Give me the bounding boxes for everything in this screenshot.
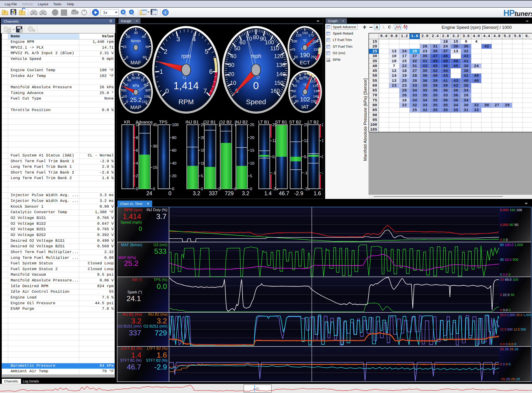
svg-text:20: 20 bbox=[172, 174, 176, 178]
svg-text:ECT: ECT bbox=[300, 60, 310, 65]
svg-text:60: 60 bbox=[239, 39, 246, 45]
svg-text:°F: °F bbox=[303, 39, 307, 43]
svg-text:0: 0 bbox=[172, 187, 174, 191]
svg-text:50: 50 bbox=[145, 45, 149, 49]
svg-text:ST B1: ST B1 bbox=[275, 120, 287, 124]
svg-text:20: 20 bbox=[228, 71, 234, 77]
svg-text:1.4: 1.4 bbox=[264, 190, 272, 196]
svg-text:12.: 12. bbox=[322, 138, 323, 143]
svg-text:30: 30 bbox=[124, 83, 128, 87]
svg-text:MAF: MAF bbox=[130, 60, 141, 65]
svg-text:80: 80 bbox=[253, 34, 259, 40]
svg-text:ST B2: ST B2 bbox=[289, 120, 301, 124]
svg-text:60: 60 bbox=[143, 55, 147, 59]
svg-text:150: 150 bbox=[311, 99, 317, 103]
svg-text:40: 40 bbox=[172, 161, 176, 166]
svg-text:TPS: TPS bbox=[159, 120, 168, 124]
svg-text:RPM: RPM bbox=[179, 98, 194, 106]
svg-text:INJ B1: INJ B1 bbox=[185, 120, 199, 124]
svg-text:150: 150 bbox=[302, 31, 308, 35]
svg-text:250: 250 bbox=[311, 55, 317, 59]
svg-text:6: 6 bbox=[209, 68, 213, 75]
svg-text:20: 20 bbox=[250, 136, 254, 140]
svg-text:24: 24 bbox=[146, 190, 152, 196]
svg-text:0: 0 bbox=[250, 187, 252, 191]
svg-text:5: 5 bbox=[250, 174, 252, 178]
svg-text:-2.9: -2.9 bbox=[294, 190, 303, 196]
svg-text:75: 75 bbox=[292, 48, 295, 51]
svg-text:120: 120 bbox=[274, 53, 283, 59]
svg-text:60: 60 bbox=[136, 76, 140, 80]
svg-text:40: 40 bbox=[127, 78, 131, 82]
svg-text:100: 100 bbox=[292, 39, 297, 43]
svg-text:0: 0 bbox=[165, 87, 169, 94]
svg-text:5: 5 bbox=[201, 174, 203, 178]
svg-text:Speed: Speed bbox=[246, 98, 266, 106]
svg-text:10: 10 bbox=[230, 80, 236, 86]
svg-text:KR: KR bbox=[124, 120, 130, 124]
svg-text:-25: -25 bbox=[322, 187, 323, 191]
svg-text:190: 190 bbox=[300, 52, 310, 59]
svg-text:10: 10 bbox=[122, 45, 126, 49]
svg-text:0: 0 bbox=[126, 100, 128, 103]
svg-text:INJ B2: INJ B2 bbox=[234, 120, 248, 124]
svg-text:40: 40 bbox=[292, 94, 296, 98]
svg-text:110: 110 bbox=[270, 45, 279, 51]
svg-text:60: 60 bbox=[293, 84, 297, 88]
svg-text:LT B1: LT B1 bbox=[258, 120, 270, 124]
svg-text:70: 70 bbox=[295, 79, 299, 83]
svg-text:mph: mph bbox=[251, 53, 262, 59]
svg-text:100: 100 bbox=[144, 94, 150, 98]
svg-text:130: 130 bbox=[276, 62, 285, 68]
svg-text:O2 B1: O2 B1 bbox=[203, 120, 216, 124]
svg-text:50: 50 bbox=[294, 55, 298, 59]
svg-text:50: 50 bbox=[131, 76, 135, 80]
svg-text:IAT: IAT bbox=[301, 104, 309, 110]
svg-text:140: 140 bbox=[313, 94, 319, 98]
svg-text:729: 729 bbox=[225, 190, 234, 196]
svg-text:LT B2: LT B2 bbox=[308, 120, 319, 124]
svg-text:1.6: 1.6 bbox=[314, 190, 321, 196]
svg-text:20: 20 bbox=[122, 88, 126, 92]
svg-text:kPa: kPa bbox=[133, 84, 139, 88]
svg-text:7: 7 bbox=[203, 87, 207, 94]
svg-text:0: 0 bbox=[201, 187, 203, 191]
svg-text:15: 15 bbox=[250, 148, 254, 152]
svg-text:i: i bbox=[165, 10, 166, 15]
svg-text:120: 120 bbox=[313, 84, 318, 88]
svg-text:Advance: Advance bbox=[136, 120, 153, 124]
svg-text:15: 15 bbox=[153, 165, 157, 170]
svg-text:40: 40 bbox=[142, 34, 146, 39]
svg-text:3.2: 3.2 bbox=[193, 190, 200, 196]
svg-text:1,414: 1,414 bbox=[174, 80, 199, 91]
svg-text:125: 125 bbox=[296, 33, 301, 37]
svg-text:0: 0 bbox=[253, 80, 259, 91]
svg-text:46.7: 46.7 bbox=[279, 190, 289, 196]
svg-text:337: 337 bbox=[209, 190, 218, 196]
svg-text:MAP: MAP bbox=[130, 104, 141, 110]
svg-text:30: 30 bbox=[153, 144, 157, 148]
svg-text:50: 50 bbox=[234, 45, 240, 51]
svg-text:25: 25 bbox=[250, 123, 254, 127]
svg-text:50: 50 bbox=[292, 89, 296, 93]
svg-text:4: 4 bbox=[136, 161, 138, 166]
svg-text:45: 45 bbox=[153, 123, 157, 127]
svg-text:90: 90 bbox=[145, 88, 149, 92]
svg-text:100: 100 bbox=[265, 39, 274, 45]
svg-text:0: 0 bbox=[126, 55, 128, 59]
svg-text:10: 10 bbox=[123, 94, 127, 98]
svg-text:70: 70 bbox=[140, 78, 144, 82]
svg-text:-12: -12 bbox=[322, 171, 323, 175]
svg-text:0: 0 bbox=[136, 187, 138, 191]
svg-text:6: 6 bbox=[136, 148, 138, 152]
svg-text:60: 60 bbox=[172, 148, 176, 152]
svg-text:30: 30 bbox=[228, 62, 234, 68]
svg-text:10: 10 bbox=[250, 161, 254, 166]
svg-text:80: 80 bbox=[299, 76, 303, 80]
svg-text:25.: 25. bbox=[322, 123, 323, 127]
svg-text:lb/min: lb/min bbox=[131, 39, 141, 43]
svg-text:0.0: 0.0 bbox=[322, 155, 323, 159]
svg-text:1x: 1x bbox=[103, 10, 107, 15]
svg-text:3: 3 bbox=[176, 35, 180, 43]
svg-text:130: 130 bbox=[313, 89, 319, 93]
